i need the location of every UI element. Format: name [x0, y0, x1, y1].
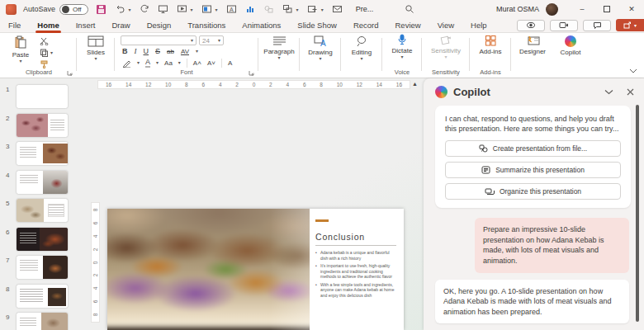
redo-icon[interactable]: [140, 4, 149, 14]
font-color-button[interactable]: A: [145, 58, 150, 68]
slide-thumbnail[interactable]: [17, 114, 68, 137]
slide-thumbnail[interactable]: [17, 285, 68, 308]
tab-file[interactable]: File: [0, 18, 29, 33]
clipboard-dialog-launcher-icon[interactable]: [67, 70, 73, 76]
sensitivity-group: Sensitivity ▾ Sensitivity: [424, 33, 467, 78]
suggestion-create-presentation[interactable]: Create presentation from file...: [445, 140, 621, 157]
share-button[interactable]: ▾: [616, 19, 644, 31]
slide-thumbnail[interactable]: [17, 199, 68, 222]
strikethrough-button[interactable]: S: [155, 47, 160, 55]
designer-button[interactable]: Designer: [514, 35, 552, 55]
email-icon[interactable]: [332, 4, 343, 14]
undo-caret-icon[interactable]: ▾: [129, 7, 131, 12]
bold-button[interactable]: B: [122, 47, 128, 55]
dictate-button[interactable]: Dictate ▾: [385, 34, 419, 59]
increase-font-button[interactable]: A˄: [193, 59, 201, 67]
tab-slide-show[interactable]: Slide Show: [289, 18, 345, 33]
search-icon[interactable]: [405, 4, 414, 14]
suggestion-organize[interactable]: Organize this presentation: [445, 183, 621, 200]
decrease-font-button[interactable]: A˅: [207, 59, 215, 67]
copy-caret-icon[interactable]: ▾: [50, 50, 53, 55]
font-name-combobox[interactable]: ▾: [121, 35, 197, 45]
slide-thumbnail[interactable]: [17, 228, 68, 251]
minimize-button[interactable]: –: [570, 0, 594, 18]
new-slide-caret-icon[interactable]: ▾: [321, 7, 324, 12]
drawing-button[interactable]: A Drawing ▾: [302, 35, 339, 61]
font-color-caret-icon[interactable]: ▾: [156, 60, 159, 65]
underline-button[interactable]: U: [144, 47, 149, 55]
ruler-tick: 0: [92, 261, 98, 264]
font-group-label: Font: [117, 68, 256, 76]
tab-view[interactable]: View: [429, 18, 462, 33]
slide-thumbnail[interactable]: [17, 313, 68, 330]
tab-home[interactable]: Home: [29, 18, 67, 33]
slide-thumbnail[interactable]: [17, 85, 68, 108]
autosave-toggle[interactable]: Off: [59, 4, 88, 15]
character-spacing-button[interactable]: AV: [181, 48, 189, 55]
start-from-beginning-icon[interactable]: [158, 4, 168, 14]
summarize-icon: [481, 166, 490, 174]
image-icon[interactable]: [201, 4, 212, 14]
ruler-tick: 16: [106, 82, 111, 87]
copilot-scrollbar[interactable]: [636, 105, 639, 322]
arrange-caret-icon[interactable]: ▾: [296, 7, 299, 12]
paragraph-button[interactable]: Paragraph ▾: [261, 35, 297, 60]
undo-icon[interactable]: [116, 4, 125, 14]
slide-thumbnail[interactable]: [17, 171, 68, 194]
close-button[interactable]: ✕: [619, 0, 644, 18]
image-caret-icon[interactable]: ▾: [215, 7, 218, 12]
scroll-up-arrow-icon[interactable]: ▲: [412, 81, 418, 87]
user-avatar[interactable]: [546, 3, 558, 16]
textbox-icon[interactable]: A: [226, 4, 237, 14]
copilot-logo-icon: [565, 35, 576, 47]
suggestion-summarize[interactable]: Summarize this presentation: [445, 162, 621, 178]
copy-icon[interactable]: [40, 49, 49, 57]
font-size-combobox[interactable]: 24▾: [199, 35, 224, 45]
tab-review[interactable]: Review: [387, 18, 429, 33]
new-slide-button[interactable]: Slides ▾: [83, 35, 109, 61]
collapse-ribbon-chevron-icon[interactable]: [629, 68, 637, 73]
tab-draw[interactable]: Draw: [103, 18, 138, 33]
pen-caret-icon[interactable]: ▾: [137, 60, 140, 65]
sensitivity-label: Sensitivity: [424, 47, 467, 54]
tab-transitions[interactable]: Transitions: [179, 18, 234, 33]
change-case-button[interactable]: Aa: [164, 59, 173, 67]
tab-record[interactable]: Record: [345, 18, 387, 33]
chart-icon[interactable]: [245, 4, 255, 14]
slideshow-icon[interactable]: [177, 4, 187, 14]
format-painter-icon[interactable]: [40, 60, 49, 68]
tab-help[interactable]: Help: [462, 18, 495, 33]
font-dialog-launcher-icon[interactable]: [249, 70, 254, 76]
new-slide-icon[interactable]: [307, 4, 318, 14]
tab-insert[interactable]: Insert: [68, 18, 104, 33]
conclusion-textblock[interactable]: Conclusion Adana kebab is a unique and f…: [315, 219, 396, 300]
text-pen-icon[interactable]: [122, 59, 131, 68]
slide-number: 4: [6, 172, 9, 179]
maximize-button[interactable]: [594, 0, 619, 18]
save-icon[interactable]: [97, 5, 106, 14]
presenter-coach-button[interactable]: [517, 20, 545, 31]
suggestion-label: Organize this presentation: [500, 187, 581, 196]
editing-button[interactable]: Editing ▾: [343, 35, 380, 61]
clear-formatting-button[interactable]: A: [228, 59, 232, 67]
slideshow-caret-icon[interactable]: ▾: [191, 7, 193, 12]
close-pane-icon[interactable]: [627, 88, 634, 96]
slide-canvas[interactable]: Conclusion Adana kebab is a unique and f…: [107, 209, 404, 330]
copilot-button[interactable]: Copilot: [553, 35, 588, 56]
paste-button[interactable]: Paste ▾: [8, 35, 33, 64]
arrange-icon[interactable]: [282, 4, 293, 14]
tab-design[interactable]: Design: [139, 18, 180, 33]
camera-button[interactable]: [550, 20, 578, 31]
ruler-tick: 8: [92, 314, 98, 317]
slide-thumbnail[interactable]: [17, 256, 68, 279]
subscript-button[interactable]: ab: [167, 48, 174, 55]
case-caret-icon[interactable]: ▾: [178, 60, 181, 65]
comments-button[interactable]: [583, 20, 611, 31]
addins-button[interactable]: Add-ins: [472, 35, 509, 55]
tab-animations[interactable]: Animations: [234, 18, 289, 33]
slide-thumbnail[interactable]: [17, 142, 68, 165]
spacing-caret-icon[interactable]: ▾: [196, 49, 198, 54]
italic-button[interactable]: I: [135, 47, 137, 55]
chevron-down-icon[interactable]: [604, 89, 613, 95]
cut-icon[interactable]: [40, 37, 49, 45]
